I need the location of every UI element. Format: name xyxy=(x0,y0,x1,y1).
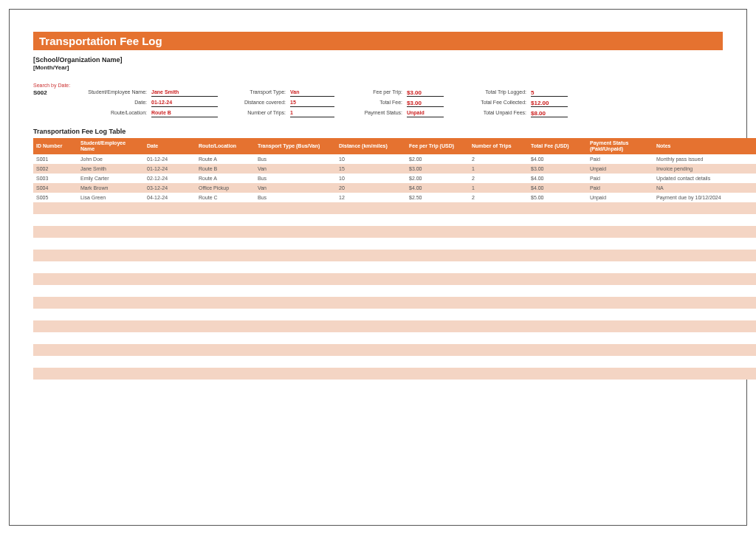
cell-distance: 10 xyxy=(336,154,406,164)
cell-blank xyxy=(144,214,196,226)
cell-blank xyxy=(336,320,406,332)
cell-notes: Invoice pending xyxy=(653,164,756,174)
cell-total: $4.00 xyxy=(528,183,587,193)
table-row-blank xyxy=(33,250,756,261)
distance-label: Distance covered: xyxy=(221,100,287,107)
cell-blank xyxy=(255,226,336,238)
cell-blank xyxy=(255,273,336,285)
total-fee-label: Total Fee: xyxy=(337,100,404,107)
cell-blank xyxy=(653,250,756,261)
cell-route: Route C xyxy=(196,193,255,202)
table-row: S004Mark Brown03-12-24Office PickupVan20… xyxy=(33,183,756,193)
cell-name: Emily Carter xyxy=(78,174,144,183)
cell-type: Bus xyxy=(255,193,336,202)
total-fee-collected-label: Total Fee Collected: xyxy=(447,100,528,107)
cell-route: Route B xyxy=(196,164,255,174)
cell-distance: 10 xyxy=(336,174,406,183)
total-trip-logged-value: 5 xyxy=(531,89,568,97)
cell-trips: 2 xyxy=(469,193,528,202)
cell-blank xyxy=(406,214,469,226)
table-row-blank xyxy=(33,309,756,320)
cell-name: Lisa Green xyxy=(78,193,144,202)
page-frame: Transportation Fee Log [School/Organizat… xyxy=(9,9,747,526)
cell-blank xyxy=(336,368,406,380)
date-value: 01-12-24 xyxy=(151,100,218,107)
cell-blank xyxy=(587,250,653,261)
cell-trips: 2 xyxy=(469,154,528,164)
cell-notes: Updated contact details xyxy=(653,174,756,183)
table-row-blank xyxy=(33,356,756,368)
col-name-header: Student/Employee Name xyxy=(78,138,144,154)
cell-id: S003 xyxy=(33,174,78,183)
table-row: S003Emily Carter02-12-24Route ABus10$2.0… xyxy=(33,174,756,183)
cell-blank xyxy=(406,320,469,332)
cell-blank xyxy=(336,202,406,214)
cell-blank xyxy=(196,202,255,214)
cell-blank xyxy=(78,332,144,344)
cell-blank xyxy=(336,297,406,309)
cell-blank xyxy=(144,261,196,273)
total-trip-logged-label: Total Trip Logged: xyxy=(447,89,528,97)
cell-blank xyxy=(33,250,78,261)
cell-blank xyxy=(587,309,653,320)
cell-blank xyxy=(469,261,528,273)
cell-blank xyxy=(587,202,653,214)
cell-blank xyxy=(78,202,144,214)
cell-blank xyxy=(469,214,528,226)
cell-blank xyxy=(78,273,144,285)
cell-blank xyxy=(406,285,469,297)
col-fee-header: Fee per Trip (USD) xyxy=(406,138,469,154)
cell-fee: $2.00 xyxy=(406,154,469,164)
number-trips-label: Number of Trips: xyxy=(221,110,287,117)
cell-status: Unpaid xyxy=(587,193,653,202)
cell-blank xyxy=(33,202,78,214)
cell-notes: NA xyxy=(653,183,756,193)
cell-blank xyxy=(336,238,406,250)
cell-type: Bus xyxy=(255,174,336,183)
col-total-header: Total Fee (USD) xyxy=(528,138,587,154)
col-id-header: ID Number xyxy=(33,138,78,154)
cell-blank xyxy=(78,285,144,297)
cell-blank xyxy=(587,285,653,297)
cell-blank xyxy=(255,368,336,380)
cell-blank xyxy=(196,214,255,226)
cell-blank xyxy=(528,297,587,309)
col-date-header: Date xyxy=(144,138,196,154)
cell-blank xyxy=(196,332,255,344)
cell-blank xyxy=(406,226,469,238)
cell-blank xyxy=(196,273,255,285)
cell-blank xyxy=(469,202,528,214)
cell-date: 03-12-24 xyxy=(144,183,196,193)
cell-blank xyxy=(144,356,196,368)
cell-status: Paid xyxy=(587,154,653,164)
cell-blank xyxy=(196,356,255,368)
cell-blank xyxy=(144,273,196,285)
cell-blank xyxy=(469,332,528,344)
cell-blank xyxy=(587,332,653,344)
search-id-value[interactable]: S002 xyxy=(33,89,79,97)
payment-status-value: Unpaid xyxy=(407,110,444,117)
cell-blank xyxy=(406,368,469,380)
cell-blank xyxy=(406,261,469,273)
cell-blank xyxy=(587,320,653,332)
cell-blank xyxy=(528,214,587,226)
cell-blank xyxy=(196,226,255,238)
cell-blank xyxy=(33,368,78,380)
cell-blank xyxy=(33,297,78,309)
cell-blank xyxy=(336,214,406,226)
cell-trips: 1 xyxy=(469,183,528,193)
cell-blank xyxy=(406,344,469,356)
cell-name: Mark Brown xyxy=(78,183,144,193)
cell-blank xyxy=(196,309,255,320)
cell-blank xyxy=(78,214,144,226)
cell-blank xyxy=(33,261,78,273)
cell-blank xyxy=(33,356,78,368)
cell-blank xyxy=(336,285,406,297)
cell-blank xyxy=(587,368,653,380)
search-by-date-label: Search by Date: xyxy=(33,83,723,88)
cell-fee: $2.00 xyxy=(406,174,469,183)
table-row: S002Jane Smith01-12-24Route BVan15$3.001… xyxy=(33,164,756,174)
cell-blank xyxy=(336,261,406,273)
fee-log-table: ID Number Student/Employee Name Date Rou… xyxy=(33,138,756,380)
date-label: Date: xyxy=(82,100,148,107)
